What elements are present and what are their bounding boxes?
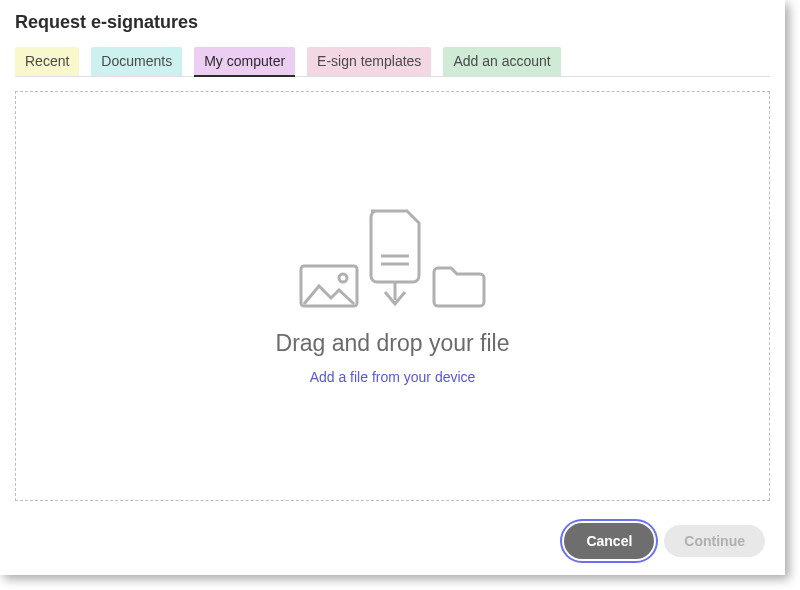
cancel-button[interactable]: Cancel	[564, 523, 654, 559]
tab-add-account[interactable]: Add an account	[443, 47, 560, 76]
dialog: Request e-signatures Recent Documents My…	[0, 0, 785, 575]
file-dropzone[interactable]: Drag and drop your file Add a file from …	[15, 91, 770, 501]
source-tabs: Recent Documents My computer E-sign temp…	[15, 47, 770, 77]
image-icon	[299, 264, 359, 312]
folder-icon	[431, 264, 487, 312]
svg-point-1	[339, 274, 347, 282]
document-download-icon	[365, 208, 425, 312]
add-file-link[interactable]: Add a file from your device	[310, 369, 476, 385]
continue-button: Continue	[664, 525, 765, 557]
tab-esign-templates[interactable]: E-sign templates	[307, 47, 431, 76]
tab-recent[interactable]: Recent	[15, 47, 79, 76]
dialog-footer: Cancel Continue	[564, 523, 765, 559]
dialog-title: Request e-signatures	[15, 12, 770, 33]
tab-documents[interactable]: Documents	[91, 47, 182, 76]
dropzone-heading: Drag and drop your file	[276, 330, 510, 357]
dropzone-icons	[299, 208, 487, 312]
tab-my-computer[interactable]: My computer	[194, 47, 295, 76]
